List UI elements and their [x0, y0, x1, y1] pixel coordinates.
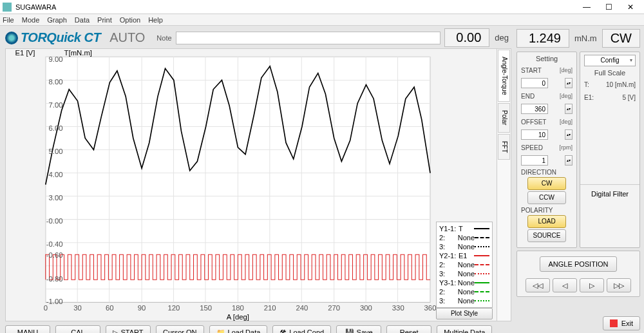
titlebar: SUGAWARA — ☐ ✕: [0, 0, 644, 14]
svg-text:180: 180: [232, 304, 244, 312]
menu-file[interactable]: File: [3, 16, 14, 24]
speed-input[interactable]: [521, 155, 548, 166]
svg-text:150: 150: [200, 304, 212, 312]
end-input[interactable]: [521, 104, 548, 114]
svg-text:300: 300: [360, 304, 372, 312]
load-cond-button[interactable]: 🛠Load Cond: [272, 325, 331, 333]
svg-text:-0.40: -0.40: [46, 240, 63, 248]
svg-text:5.00: 5.00: [49, 147, 63, 155]
offset-input[interactable]: [521, 129, 548, 140]
window-title: SUGAWARA: [15, 3, 576, 11]
cw-button[interactable]: CW: [527, 177, 566, 190]
nav-next-button[interactable]: ▷: [580, 278, 604, 292]
note-input[interactable]: [176, 32, 441, 44]
svg-text:60: 60: [106, 304, 114, 312]
svg-text:360: 360: [424, 304, 437, 312]
disk-icon: 💾: [345, 328, 354, 333]
nav-prev-button[interactable]: ◁: [553, 278, 577, 292]
multiple-data-button[interactable]: Multiple Data: [437, 325, 492, 333]
note-label: Note: [156, 34, 171, 42]
load-data-button[interactable]: 📁Load Data: [209, 325, 268, 333]
start-button[interactable]: ▷START: [106, 325, 151, 333]
wrench-icon: 🛠: [279, 328, 287, 333]
fullscale-title: Full Scale: [584, 69, 636, 77]
svg-text:210: 210: [264, 304, 276, 312]
cal-button[interactable]: CAL: [55, 325, 100, 333]
chart-svg: E1 [V] T[mN.m] 9.008.007.006.005.004.003…: [6, 49, 497, 321]
minimize-button[interactable]: —: [576, 1, 598, 14]
svg-text:-0.80: -0.80: [46, 275, 63, 283]
tab-fft[interactable]: FFT: [498, 134, 510, 160]
svg-text:T[mN.m]: T[mN.m]: [64, 49, 92, 57]
play-icon: ▷: [113, 328, 118, 333]
setting-panel: Setting START[deg] ▴▾ END[deg] ▴▾ OFFSET…: [516, 52, 577, 248]
start-input[interactable]: [521, 78, 548, 88]
offset-spin[interactable]: ▴▾: [565, 129, 573, 140]
nav-last-button[interactable]: ▷▷: [607, 278, 631, 292]
start-spin[interactable]: ▴▾: [565, 78, 573, 88]
menu-help[interactable]: Help: [148, 16, 163, 24]
close-button[interactable]: ✕: [620, 1, 641, 14]
menu-print[interactable]: Print: [97, 16, 112, 24]
svg-text:-0.00: -0.00: [46, 217, 63, 225]
plot-style-button[interactable]: Plot Style: [436, 308, 493, 319]
tab-polar[interactable]: Polar: [498, 103, 510, 132]
maximize-button[interactable]: ☐: [598, 1, 620, 14]
bottom-toolbar: MANU CAL ▷START Cursor ON 📁Load Data 🛠Lo…: [5, 325, 511, 333]
svg-text:30: 30: [73, 304, 82, 312]
end-spin[interactable]: ▴▾: [565, 104, 573, 114]
load-button[interactable]: LOAD: [527, 215, 566, 228]
deg-unit: deg: [492, 33, 511, 43]
svg-text:3.00: 3.00: [49, 194, 63, 202]
chart-area: E1 [V] T[mN.m] 9.008.007.006.005.004.003…: [5, 48, 511, 321]
svg-text:330: 330: [392, 304, 404, 312]
setting-title: Setting: [521, 55, 573, 62]
torque-unit: mN.m: [572, 33, 600, 43]
svg-text:0: 0: [44, 304, 48, 312]
legend-box: Y1-1:T2:None3:NoneY2-1:E12:None3:NoneY3-…: [436, 222, 493, 308]
direction-readout: CW: [602, 29, 640, 48]
vertical-tabs: Angle-Torque Polar FFT: [497, 49, 511, 321]
svg-text:9.00: 9.00: [49, 55, 63, 63]
exit-button[interactable]: Exit: [603, 316, 640, 330]
menu-graph[interactable]: Graph: [47, 16, 67, 24]
angle-position-button[interactable]: ANGLE POSITION: [540, 256, 617, 272]
brand-text: TORQuick CT: [21, 30, 100, 45]
svg-text:-1.00: -1.00: [46, 298, 63, 305]
menu-mode[interactable]: Mode: [22, 16, 40, 24]
menu-option[interactable]: Option: [120, 16, 140, 24]
svg-text:120: 120: [167, 304, 180, 312]
svg-text:A [deg]: A [deg]: [227, 313, 249, 321]
brand: TORQuick CT: [5, 30, 100, 45]
angle-position-panel: ANGLE POSITION ◁◁ ◁ ▷ ▷▷: [516, 251, 640, 297]
svg-text:90: 90: [138, 304, 146, 312]
digital-filter-link[interactable]: Digital Filter: [580, 184, 639, 198]
nav-first-button[interactable]: ◁◁: [526, 278, 550, 292]
folder-icon: 📁: [216, 328, 225, 333]
reset-button[interactable]: Reset: [386, 325, 431, 333]
config-select[interactable]: Config: [584, 55, 636, 66]
svg-text:7.00: 7.00: [49, 101, 63, 109]
torque-readout: 1.249: [516, 29, 569, 48]
config-panel: Config Full Scale T:10 [mN.m] E1:5 [V] D…: [580, 52, 640, 248]
cursor-on-button[interactable]: Cursor ON: [156, 325, 204, 333]
menu-data[interactable]: Data: [75, 16, 90, 24]
svg-text:E1 [V]: E1 [V]: [15, 49, 35, 57]
deg-readout: 0.00: [444, 28, 489, 47]
speed-spin[interactable]: ▴▾: [565, 155, 573, 166]
svg-text:270: 270: [328, 304, 340, 312]
tab-angle-torque[interactable]: Angle-Torque: [498, 50, 510, 102]
svg-text:-0.60: -0.60: [46, 251, 63, 259]
mode-label: AUTO: [109, 30, 145, 45]
menubar: File Mode Graph Data Print Option Help: [0, 14, 644, 26]
svg-text:240: 240: [296, 304, 308, 312]
brand-icon: [5, 32, 18, 44]
svg-text:8.00: 8.00: [49, 78, 63, 86]
stop-icon: [610, 319, 618, 327]
svg-text:4.00: 4.00: [49, 171, 63, 178]
source-button[interactable]: SOURCE: [527, 229, 566, 242]
manu-button[interactable]: MANU: [5, 325, 50, 333]
app-icon: [3, 3, 12, 12]
save-button[interactable]: 💾Save: [336, 325, 381, 333]
ccw-button[interactable]: CCW: [527, 191, 566, 204]
